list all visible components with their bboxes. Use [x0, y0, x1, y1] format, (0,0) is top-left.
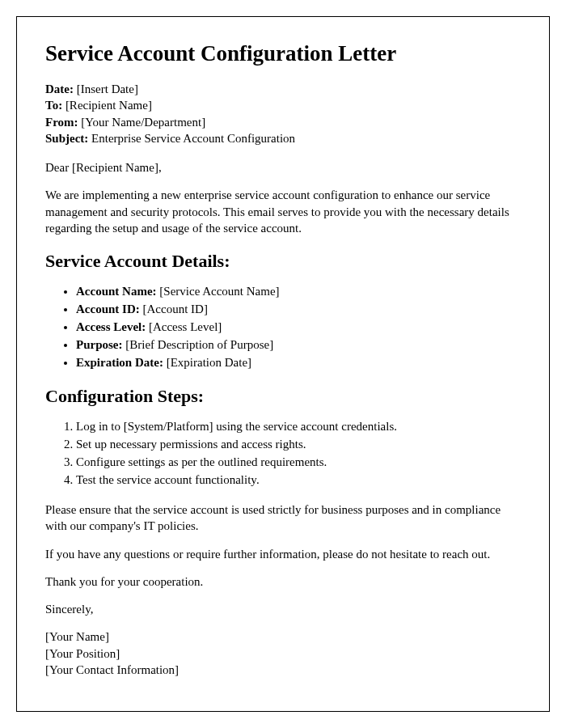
access-level-value: [Access Level]: [146, 320, 222, 333]
account-name-label: Account Name:: [76, 285, 157, 298]
steps-list: Log in to [System/Platform] using the se…: [76, 418, 521, 489]
document-container: Service Account Configuration Letter Dat…: [16, 16, 550, 712]
account-id-value: [Account ID]: [140, 303, 208, 315]
from-line: From: [Your Name/Department]: [45, 114, 521, 130]
date-line: Date: [Insert Date]: [45, 81, 521, 97]
questions-paragraph: If you have any questions or require fur…: [45, 546, 521, 562]
list-item: Account Name: [Service Account Name]: [76, 283, 521, 300]
expiration-value: [Expiration Date]: [163, 356, 251, 369]
steps-heading: Configuration Steps:: [45, 386, 521, 407]
signature-contact: [Your Contact Information]: [45, 662, 521, 678]
list-item: Access Level: [Access Level]: [76, 319, 521, 336]
subject-label: Subject:: [45, 132, 88, 145]
page-title: Service Account Configuration Letter: [45, 41, 521, 66]
purpose-value: [Brief Description of Purpose]: [123, 338, 274, 351]
access-level-label: Access Level:: [76, 320, 146, 333]
purpose-label: Purpose:: [76, 338, 123, 351]
to-line: To: [Recipient Name]: [45, 97, 521, 113]
account-id-label: Account ID:: [76, 303, 140, 315]
to-value: [Recipient Name]: [62, 99, 152, 112]
account-name-value: [Service Account Name]: [157, 285, 280, 298]
signature-position: [Your Position]: [45, 645, 521, 662]
list-item: Log in to [System/Platform] using the se…: [76, 418, 521, 435]
compliance-paragraph: Please ensure that the service account i…: [45, 502, 521, 535]
details-heading: Service Account Details:: [45, 251, 521, 272]
list-item: Expiration Date: [Expiration Date]: [76, 354, 521, 371]
details-list: Account Name: [Service Account Name] Acc…: [76, 283, 521, 371]
letter-header: Date: [Insert Date] To: [Recipient Name]…: [45, 81, 521, 146]
list-item: Configure settings as per the outlined r…: [76, 454, 521, 471]
date-label: Date:: [45, 83, 74, 95]
from-label: From:: [45, 116, 78, 129]
list-item: Set up necessary permissions and access …: [76, 436, 521, 453]
from-value: [Your Name/Department]: [78, 116, 206, 129]
date-value: [Insert Date]: [74, 83, 138, 95]
signature-name: [Your Name]: [45, 629, 521, 645]
to-label: To:: [45, 99, 62, 112]
intro-paragraph: We are implementing a new enterprise ser…: [45, 187, 521, 236]
list-item: Purpose: [Brief Description of Purpose]: [76, 336, 521, 353]
expiration-label: Expiration Date:: [76, 356, 163, 369]
thanks-paragraph: Thank you for your cooperation.: [45, 574, 521, 590]
list-item: Test the service account functionality.: [76, 472, 521, 489]
salutation: Dear [Recipient Name],: [45, 159, 521, 176]
list-item: Account ID: [Account ID]: [76, 301, 521, 318]
subject-value: Enterprise Service Account Configuration: [88, 132, 295, 145]
subject-line: Subject: Enterprise Service Account Conf…: [45, 130, 521, 146]
closing: Sincerely,: [45, 601, 521, 617]
signature-block: [Your Name] [Your Position] [Your Contac…: [45, 629, 521, 678]
